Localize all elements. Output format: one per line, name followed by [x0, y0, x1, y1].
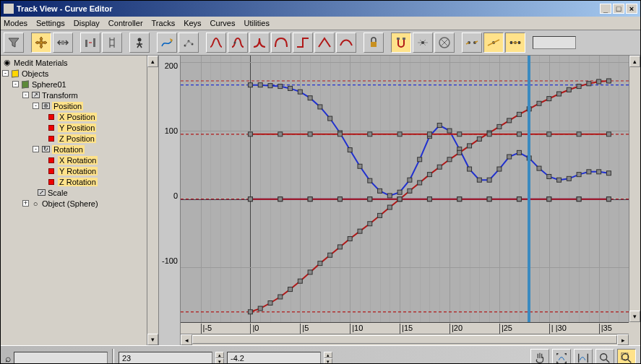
filter-tracks-button[interactable]: [4, 32, 24, 53]
tree-ypos[interactable]: Y Position: [58, 124, 96, 132]
tree-yrot[interactable]: Y Rotation: [58, 167, 98, 176]
app-icon: [4, 4, 14, 14]
plot-hscrollbar[interactable]: ◂ ▸: [181, 334, 629, 345]
tree-scale[interactable]: Scale: [48, 188, 68, 197]
expander-icon[interactable]: -: [2, 70, 9, 77]
scroll-down-button[interactable]: ▾: [147, 334, 158, 345]
zoom-horiz-button[interactable]: [574, 349, 593, 365]
show-all-tangents-button[interactable]: [434, 32, 455, 53]
scroll-right-button[interactable]: ▸: [617, 334, 629, 345]
y-tick: 100: [165, 126, 178, 135]
value-spinner[interactable]: ▴▾: [324, 352, 332, 365]
slide-keys-button[interactable]: [53, 32, 73, 53]
expander-icon[interactable]: -: [33, 103, 39, 109]
tangent-custom-button[interactable]: [228, 32, 248, 53]
tree-scrollbar[interactable]: ▴ ▾: [147, 56, 158, 345]
tangent-step-button[interactable]: [293, 32, 313, 53]
svg-rect-79: [288, 287, 293, 292]
tree-rotation[interactable]: Rotation: [52, 145, 85, 154]
svg-rect-32: [318, 105, 322, 109]
pan-button[interactable]: [530, 349, 549, 365]
expander-icon[interactable]: -: [22, 92, 29, 98]
snap-frames-button[interactable]: [80, 32, 100, 53]
expander-icon[interactable]: -: [33, 146, 39, 152]
frame-field[interactable]: 23: [119, 352, 212, 365]
snap-toggle-button[interactable]: [391, 32, 411, 53]
svg-rect-36: [358, 164, 362, 168]
menu-modes[interactable]: Modes: [4, 19, 27, 27]
scroll-up-button[interactable]: ▴: [629, 56, 640, 67]
lock-selection-button[interactable]: [102, 32, 122, 53]
toolbar-value-field[interactable]: [533, 36, 576, 49]
svg-rect-111: [606, 79, 611, 83]
show-tangents-button[interactable]: [413, 32, 433, 53]
menu-tracks[interactable]: Tracks: [152, 19, 176, 27]
zoom-button[interactable]: [595, 349, 614, 365]
tree-object[interactable]: Object (Sphere): [42, 199, 98, 208]
scroll-thumb[interactable]: [192, 335, 617, 344]
svg-rect-80: [298, 279, 302, 283]
scroll-thumb[interactable]: [147, 67, 158, 334]
lock-tangents-button[interactable]: [363, 32, 384, 53]
tree-objects[interactable]: Objects: [22, 69, 48, 78]
tangent-fast-button[interactable]: [249, 32, 270, 53]
expander-icon[interactable]: +: [22, 200, 29, 207]
value-field[interactable]: -4.2: [227, 352, 321, 365]
tree-zrot[interactable]: Z Rotation: [58, 178, 98, 186]
selection-field[interactable]: [14, 352, 108, 365]
svg-rect-131: [427, 197, 431, 202]
svg-rect-52: [517, 150, 521, 155]
svg-rect-125: [248, 197, 252, 202]
menu-utilities[interactable]: Utilities: [244, 19, 269, 27]
menu-display[interactable]: Display: [74, 19, 100, 27]
scroll-down-button[interactable]: ▾: [629, 311, 640, 322]
svg-point-3: [138, 38, 142, 42]
menu-controller[interactable]: Controller: [108, 19, 143, 27]
svg-rect-1: [85, 40, 87, 47]
close-button[interactable]: ×: [626, 4, 637, 14]
curve-plot[interactable]: [181, 56, 629, 322]
tree-position[interactable]: Position: [52, 102, 83, 110]
menu-keys[interactable]: Keys: [184, 19, 201, 27]
tree-xrot[interactable]: X Rotation: [58, 156, 98, 165]
menu-settings[interactable]: Settings: [36, 19, 65, 27]
expander-icon[interactable]: -: [12, 81, 19, 87]
tangent-smooth-button[interactable]: [336, 32, 356, 53]
param-curve-button[interactable]: [129, 32, 150, 53]
tangent-linear-button[interactable]: [314, 32, 335, 53]
svg-rect-126: [278, 197, 283, 202]
tangent-slow-button[interactable]: [271, 32, 291, 53]
tree-transform[interactable]: Transform: [42, 91, 78, 100]
time-cursor[interactable]: [528, 56, 530, 322]
zoom-extents-button[interactable]: [552, 349, 571, 365]
svg-rect-133: [487, 197, 491, 202]
svg-rect-91: [408, 188, 412, 193]
svg-rect-93: [427, 173, 431, 177]
tree-medit[interactable]: Medit Materials: [14, 58, 68, 67]
minimize-button[interactable]: _: [600, 4, 611, 14]
plot-vscrollbar[interactable]: ▴ ▾: [629, 56, 640, 322]
reduce-keys-button[interactable]: [178, 32, 199, 53]
zoom-region-button[interactable]: [617, 349, 636, 365]
selection-icon: ⌕: [5, 352, 11, 364]
draw-curves-button[interactable]: [157, 32, 177, 53]
tree-zpos[interactable]: Z Position: [58, 134, 96, 143]
scroll-up-button[interactable]: ▴: [147, 56, 158, 67]
tree-sphere[interactable]: Sphere01: [32, 80, 66, 89]
svg-rect-44: [437, 124, 442, 128]
tree-xpos[interactable]: X Position: [58, 113, 97, 121]
scroll-left-button[interactable]: ◂: [181, 334, 192, 345]
svg-rect-108: [577, 84, 581, 89]
svg-rect-56: [557, 178, 562, 182]
frame-spinner[interactable]: ▴▾: [215, 352, 224, 365]
tangent-auto-button[interactable]: [206, 32, 226, 53]
maximize-button[interactable]: □: [613, 4, 624, 14]
svg-rect-61: [606, 171, 611, 176]
break-tangents-button[interactable]: [462, 32, 482, 53]
move-keys-button[interactable]: [31, 32, 51, 53]
hierarchy-tree[interactable]: ◉Medit Materials -Objects -Sphere01 -↗Tr…: [1, 56, 147, 345]
lock-handles-button[interactable]: [505, 32, 525, 53]
menu-curves[interactable]: Curves: [210, 19, 236, 27]
svg-rect-58: [577, 173, 581, 177]
unify-tangents-button[interactable]: [483, 32, 504, 53]
